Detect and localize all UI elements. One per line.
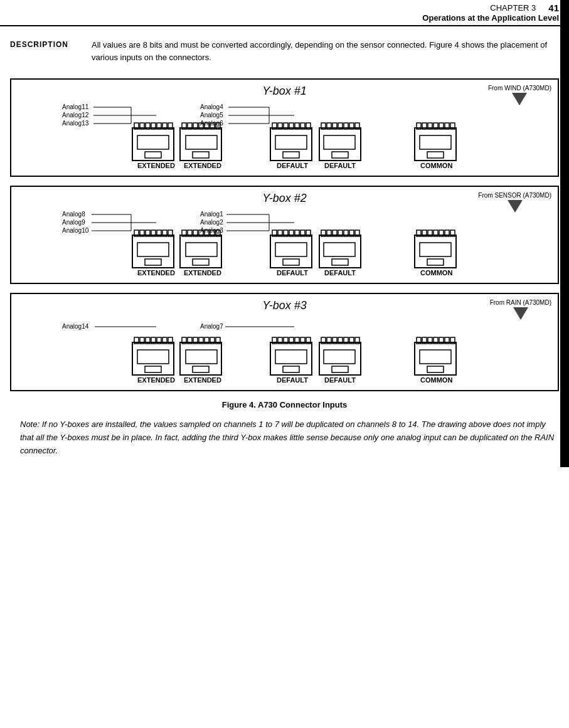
svg-rect-99: [180, 235, 221, 268]
svg-rect-128: [332, 259, 348, 265]
svg-rect-46: [283, 152, 299, 158]
svg-rect-107: [186, 243, 217, 256]
svg-rect-170: [193, 366, 209, 372]
header-right: CHAPTER 3 41 Operations at the Applicati…: [422, 3, 559, 23]
main-content: DESCRIPTION All values are 8 bits and mu…: [0, 26, 569, 467]
svg-rect-151: [132, 342, 174, 375]
svg-rect-138: [427, 259, 444, 265]
svg-rect-25: [137, 135, 169, 149]
svg-text:Analog5: Analog5: [200, 112, 223, 119]
svg-text:COMMON: COMMON: [420, 269, 452, 277]
ybox-3: Y-box #3 From RAIN (A730MD) Analog14 Ana…: [10, 293, 559, 391]
svg-rect-65: [420, 135, 451, 149]
description-text: All values are 8 bits and must be conver…: [92, 39, 559, 63]
svg-rect-37: [270, 128, 312, 161]
svg-rect-200: [427, 366, 444, 372]
svg-rect-108: [193, 259, 209, 265]
svg-text:EXTENDED: EXTENDED: [137, 162, 175, 169]
figure-caption: Figure 4. A730 Connector Inputs: [10, 400, 559, 409]
svg-text:Analog7: Analog7: [200, 323, 223, 330]
svg-text:EXTENDED: EXTENDED: [184, 376, 221, 384]
ybox-1-from: From WIND (A730MD): [488, 85, 551, 105]
svg-rect-127: [324, 243, 355, 256]
svg-rect-66: [427, 152, 444, 158]
svg-rect-89: [132, 235, 174, 268]
chapter-label: CHAPTER 3: [490, 3, 536, 13]
svg-text:Analog2: Analog2: [200, 219, 223, 226]
ybox-3-title: Y-box #3: [18, 299, 551, 312]
svg-rect-171: [270, 342, 312, 375]
svg-marker-144: [513, 307, 528, 320]
svg-rect-161: [180, 342, 221, 375]
ybox-2-title: Y-box #2: [18, 192, 551, 205]
svg-text:DEFAULT: DEFAULT: [277, 162, 308, 169]
svg-rect-118: [283, 259, 299, 265]
description-section: DESCRIPTION All values are 8 bits and mu…: [10, 39, 559, 63]
svg-rect-45: [275, 135, 307, 149]
svg-rect-181: [319, 342, 361, 375]
svg-text:Analog13: Analog13: [62, 120, 89, 127]
svg-rect-159: [137, 350, 169, 364]
svg-text:COMMON: COMMON: [420, 162, 452, 169]
svg-rect-199: [420, 350, 451, 364]
svg-text:EXTENDED: EXTENDED: [137, 269, 175, 277]
svg-text:COMMON: COMMON: [420, 376, 452, 384]
svg-text:EXTENDED: EXTENDED: [137, 376, 175, 384]
ybox-2-svg: Analog8 Analog9 Analog10 Analog1 Analog2…: [56, 208, 514, 277]
svg-text:Analog8: Analog8: [62, 211, 85, 218]
note-text: If no Y-boxes are installed, the values …: [20, 419, 554, 455]
svg-rect-117: [275, 243, 307, 256]
svg-rect-137: [420, 243, 451, 256]
svg-rect-109: [270, 235, 312, 268]
svg-marker-0: [512, 93, 527, 105]
svg-rect-98: [145, 259, 161, 265]
description-label: DESCRIPTION: [10, 39, 92, 63]
svg-text:Analog10: Analog10: [62, 227, 89, 234]
svg-rect-26: [145, 152, 161, 158]
svg-text:EXTENDED: EXTENDED: [184, 269, 221, 277]
svg-rect-160: [145, 366, 161, 372]
svg-text:Analog12: Analog12: [62, 112, 89, 119]
svg-rect-129: [415, 235, 456, 268]
svg-text:DEFAULT: DEFAULT: [277, 269, 308, 277]
ybox-1-svg: Analog11 Analog12 Analog13 Analog4 Analo…: [56, 100, 514, 169]
ybox-3-from: From RAIN (A730MD): [490, 299, 551, 320]
svg-rect-56: [332, 152, 348, 158]
ybox-2-from: From SENSOR (A730MD): [478, 192, 551, 213]
svg-rect-169: [186, 350, 217, 364]
svg-rect-97: [137, 243, 169, 256]
svg-text:DEFAULT: DEFAULT: [324, 376, 356, 384]
svg-rect-27: [180, 128, 221, 161]
svg-rect-35: [186, 135, 217, 149]
svg-text:Analog9: Analog9: [62, 219, 85, 226]
svg-rect-55: [324, 135, 355, 149]
svg-text:Analog11: Analog11: [62, 103, 89, 110]
svg-text:EXTENDED: EXTENDED: [184, 162, 221, 169]
note-section: Note: If no Y-boxes are installed, the v…: [10, 418, 559, 457]
note-label: Note:: [20, 419, 40, 429]
svg-text:Analog1: Analog1: [200, 211, 223, 218]
page-number: 41: [548, 3, 559, 13]
svg-text:Analog4: Analog4: [200, 103, 223, 110]
svg-rect-119: [319, 235, 361, 268]
svg-text:Analog14: Analog14: [62, 323, 89, 330]
svg-rect-180: [283, 366, 299, 372]
ybox-1-title: Y-box #1: [18, 85, 551, 98]
svg-marker-72: [508, 200, 523, 213]
svg-rect-179: [275, 350, 307, 364]
svg-text:DEFAULT: DEFAULT: [277, 376, 308, 384]
svg-text:DEFAULT: DEFAULT: [324, 269, 356, 277]
svg-text:DEFAULT: DEFAULT: [324, 162, 356, 169]
svg-rect-47: [319, 128, 361, 161]
svg-rect-189: [324, 350, 355, 364]
svg-rect-190: [332, 366, 348, 372]
svg-rect-36: [193, 152, 209, 158]
ybox-1: Y-box #1 From WIND (A730MD) Analog11 Ana…: [10, 78, 559, 177]
right-bar-decoration: [560, 0, 569, 467]
page-header: CHAPTER 3 41 Operations at the Applicati…: [0, 0, 569, 26]
svg-rect-57: [415, 128, 456, 161]
ybox-3-svg: Analog14 Analog7: [56, 315, 514, 384]
svg-rect-17: [132, 128, 174, 161]
page-subtitle: Operations at the Application Level: [422, 13, 559, 23]
svg-rect-191: [415, 342, 456, 375]
